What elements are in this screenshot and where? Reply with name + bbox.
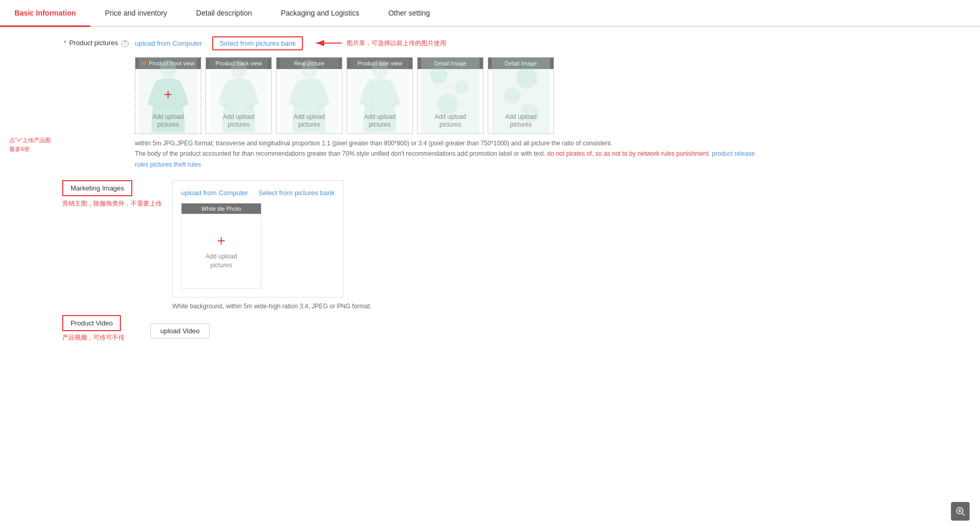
note-line1: within 5m JPG,JPEG format; transverse an… (135, 140, 613, 147)
upload-from-computer-link[interactable]: upload from Computer (135, 39, 202, 47)
marketing-images-label: Marketing Images (62, 180, 132, 196)
product-video-section: Product Video 产品视频，可传可不传 upload Video (10, 315, 970, 342)
marketing-container: upload from Computer Select from picture… (172, 180, 343, 297)
marketing-upload-computer[interactable]: upload from Computer (181, 189, 248, 197)
product-pictures-label: * Product pictures ? (62, 35, 135, 48)
bank-annotation-cn: 图片库，可选择以前上传的图片使用 (347, 39, 446, 48)
marketing-label-col: Marketing Images 营销主图，除服饰类外，不需要上传 (62, 180, 162, 208)
note-text: within 5m JPG,JPEG format; transverse an… (135, 138, 757, 170)
nav-basic-information[interactable]: Basic Information (0, 0, 90, 27)
picture-grid: ✱ Product front view + A (135, 57, 970, 134)
svg-point-18 (504, 87, 520, 103)
svg-point-13 (455, 80, 469, 94)
svg-point-7 (301, 60, 317, 78)
white-tile-header: White tile Photo (182, 203, 261, 214)
marketing-images-section: Marketing Images 营销主图，除服饰类外，不需要上传 upload… (10, 180, 970, 310)
picture-slot-side[interactable]: Product side view Add uploadpictures (347, 57, 413, 134)
picture-slot-real[interactable]: Real picture Add uploadpictures (276, 57, 342, 134)
add-upload-text-side: Add uploadpictures (347, 113, 412, 129)
nav-price-inventory[interactable]: Price and inventory (90, 0, 182, 27)
marketing-content: upload from Computer Select from picture… (172, 180, 371, 310)
arrow-icon (313, 35, 344, 51)
nav-packaging-logistics[interactable]: Packaging and Logistics (266, 0, 374, 27)
picture-slot-back[interactable]: Product back view Add uploadpictures (205, 57, 272, 134)
svg-point-12 (430, 66, 448, 84)
marketing-annotation-cn: 营销主图，除服饰类外，不需要上传 (62, 199, 162, 208)
top-nav: Basic Information Price and inventory De… (0, 0, 980, 27)
left-annotation-cn: 点"+"上传产品图 最多6张 (9, 136, 53, 153)
nav-detail-description[interactable]: Detail description (182, 0, 266, 27)
marketing-upload-links: upload from Computer Select from picture… (181, 189, 335, 197)
white-bg-note: White background, within 5m wide-high ra… (172, 303, 371, 310)
add-upload-text-back: Add uploadpictures (206, 113, 271, 129)
picture-slot-front[interactable]: ✱ Product front view + A (135, 57, 201, 134)
select-from-bank-link[interactable]: Select from pictures bank (212, 36, 303, 50)
add-upload-text-real: Add uploadpictures (277, 113, 342, 129)
svg-point-3 (160, 60, 176, 78)
picture-slot-detail2[interactable]: Detail Image Add uploadpictures (488, 57, 554, 134)
add-upload-text-detail1: Add uploadpictures (418, 113, 483, 129)
white-tile-add-text: Add uploadpictures (205, 252, 237, 270)
nav-other-setting[interactable]: Other setting (374, 0, 444, 27)
marketing-select-bank[interactable]: Select from pictures bank (258, 189, 335, 197)
required-asterisk: * (64, 39, 66, 47)
svg-point-5 (230, 60, 246, 78)
product-pictures-content: upload from Computer Select from picture… (135, 35, 970, 170)
note-line2: The body of the product accounted for th… (135, 150, 545, 157)
add-upload-text-detail2: Add uploadpictures (488, 113, 554, 129)
plus-icon-white-tile: + (217, 233, 225, 249)
add-upload-text-front: Add uploadpictures (135, 113, 201, 129)
note-red: do not pirates of, so as not to by netwo… (547, 150, 710, 157)
help-icon[interactable]: ? (121, 40, 129, 47)
plus-icon-front: + (164, 86, 172, 103)
arrow-annotation-container: 图片库，可选择以前上传的图片使用 (313, 35, 446, 51)
video-annotation-cn: 产品视频，可传可不传 (62, 333, 125, 342)
picture-slot-detail1[interactable]: Detail Image Add uploadpictures (417, 57, 484, 134)
product-video-label: Product Video (62, 315, 121, 331)
svg-point-14 (437, 94, 458, 115)
white-tile-slot[interactable]: White tile Photo + Add uploadpictures (181, 203, 261, 289)
product-video-label-col: Product Video 产品视频，可传可不传 (62, 315, 150, 342)
svg-point-17 (516, 67, 537, 88)
svg-point-9 (371, 60, 388, 78)
product-pictures-section: * Product pictures ? upload from Compute… (10, 35, 970, 170)
video-controls: upload Video (150, 323, 210, 338)
upload-links-row: upload from Computer Select from picture… (135, 35, 970, 51)
upload-video-button[interactable]: upload Video (150, 323, 210, 338)
